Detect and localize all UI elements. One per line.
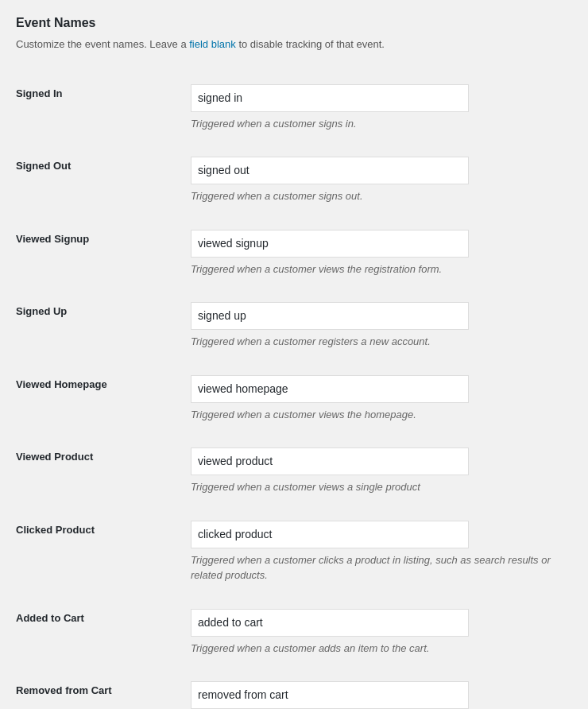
table-row: Viewed SignupTriggered when a customer v…	[16, 217, 572, 290]
field-label-viewed_homepage: Viewed Homepage	[16, 362, 191, 436]
field-cell-signed_out: Triggered when a customer signs out.	[191, 144, 572, 217]
table-row: Viewed HomepageTriggered when a customer…	[16, 362, 572, 436]
field-label-signed_up: Signed Up	[16, 289, 191, 362]
input-clicked_product[interactable]	[191, 521, 469, 548]
field-cell-added_to_cart: Triggered when a customer adds an item t…	[191, 596, 572, 669]
input-signed_out[interactable]	[191, 157, 469, 184]
description-viewed_product: Triggered when a customer views a single…	[191, 479, 572, 495]
field-cell-viewed_signup: Triggered when a customer views the regi…	[191, 217, 572, 290]
table-row: Signed InTriggered when a customer signs…	[16, 72, 572, 145]
field-label-clicked_product: Clicked Product	[16, 508, 191, 596]
description-signed_up: Triggered when a customer registers a ne…	[191, 334, 572, 350]
field-label-signed_in: Signed In	[16, 72, 191, 145]
section-title: Event Names	[16, 16, 572, 30]
section-description: Customize the event names. Leave a field…	[16, 37, 572, 52]
input-removed_from_cart[interactable]	[191, 681, 469, 709]
input-viewed_homepage[interactable]	[191, 375, 469, 403]
field-label-viewed_product: Viewed Product	[16, 435, 191, 508]
event-names-table: Signed InTriggered when a customer signs…	[16, 72, 572, 710]
description-signed_in: Triggered when a customer signs in.	[191, 116, 572, 132]
description-viewed_signup: Triggered when a customer views the regi…	[191, 262, 572, 277]
table-row: Added to CartTriggered when a customer a…	[16, 596, 572, 669]
description-clicked_product: Triggered when a customer clicks a produ…	[191, 552, 572, 583]
input-signed_up[interactable]	[191, 302, 469, 330]
table-row: Viewed ProductTriggered when a customer …	[16, 435, 572, 508]
description-signed_out: Triggered when a customer signs out.	[191, 188, 572, 204]
field-cell-viewed_homepage: Triggered when a customer views the home…	[191, 362, 572, 436]
field-label-added_to_cart: Added to Cart	[16, 596, 191, 669]
table-row: Signed OutTriggered when a customer sign…	[16, 144, 572, 217]
input-added_to_cart[interactable]	[191, 609, 469, 637]
field-cell-viewed_product: Triggered when a customer views a single…	[191, 435, 572, 508]
description-added_to_cart: Triggered when a customer adds an item t…	[191, 641, 572, 657]
description-link[interactable]: field blank	[189, 38, 236, 50]
table-row: Clicked ProductTriggered when a customer…	[16, 508, 572, 596]
field-cell-signed_in: Triggered when a customer signs in.	[191, 72, 572, 145]
field-label-signed_out: Signed Out	[16, 144, 191, 217]
description-suffix: to disable tracking of that event.	[236, 38, 385, 50]
field-cell-clicked_product: Triggered when a customer clicks a produ…	[191, 508, 572, 596]
description-text: Customize the event names. Leave a	[16, 38, 189, 50]
input-viewed_product[interactable]	[191, 447, 469, 475]
field-label-viewed_signup: Viewed Signup	[16, 217, 191, 290]
description-viewed_homepage: Triggered when a customer views the home…	[191, 407, 572, 423]
field-cell-removed_from_cart: Triggered when a customer removes an ite…	[191, 668, 572, 709]
field-label-removed_from_cart: Removed from Cart	[16, 668, 191, 709]
table-row: Removed from CartTriggered when a custom…	[16, 668, 572, 709]
field-cell-signed_up: Triggered when a customer registers a ne…	[191, 289, 572, 362]
input-viewed_signup[interactable]	[191, 230, 469, 258]
table-row: Signed UpTriggered when a customer regis…	[16, 289, 572, 362]
input-signed_in[interactable]	[191, 84, 469, 112]
